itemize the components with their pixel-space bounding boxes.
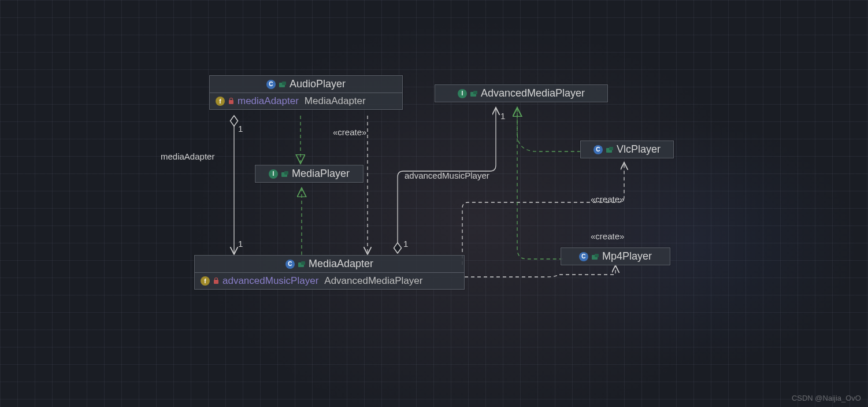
class-header: C MediaAdapter: [195, 256, 464, 273]
interface-mediaplayer[interactable]: I MediaPlayer: [255, 165, 363, 183]
diagram-canvas[interactable]: 1 1 1 1 mediaAdapter «create» advancedMu…: [0, 0, 868, 407]
field-type: AdvancedMediaPlayer: [324, 275, 422, 287]
interface-icon: I: [269, 169, 278, 179]
class-header: C AudioPlayer: [210, 76, 402, 93]
class-header: C Mp4Player: [561, 248, 670, 265]
package-icon: [470, 91, 477, 97]
package-icon: [279, 82, 286, 87]
edge-label-mediaAdapter: mediaAdapter: [161, 151, 214, 161]
multiplicity: 1: [403, 239, 408, 249]
class-header: I AdvancedMediaPlayer: [435, 85, 607, 102]
class-vlcplayer[interactable]: C VlcPlayer: [580, 140, 674, 158]
connectors-layer: [0, 0, 868, 407]
multiplicity: 1: [238, 124, 243, 134]
class-title: Mp4Player: [602, 250, 652, 262]
lock-icon: [228, 98, 234, 105]
class-title: MediaPlayer: [292, 168, 350, 180]
edge-label-create-3: «create»: [591, 231, 624, 241]
edge-label-advancedMusicPlayer: advancedMusicPlayer: [405, 171, 489, 180]
edge-label-create-2: «create»: [591, 194, 624, 204]
class-field-row: f mediaAdapter MediaAdapter: [210, 93, 402, 109]
field-name: advancedMusicPlayer: [222, 275, 318, 287]
class-mp4player[interactable]: C Mp4Player: [561, 247, 670, 265]
interface-icon: I: [458, 89, 467, 98]
class-icon: C: [593, 145, 603, 154]
multiplicity: 1: [238, 239, 243, 249]
class-icon: C: [285, 260, 295, 269]
edge-label-create-1: «create»: [333, 127, 366, 137]
class-field-row: f advancedMusicPlayer AdvancedMediaPlaye…: [195, 273, 464, 289]
package-icon: [281, 171, 288, 177]
class-header: I MediaPlayer: [255, 165, 363, 182]
multiplicity: 1: [500, 111, 505, 121]
class-header: C VlcPlayer: [581, 141, 673, 158]
class-title: AudioPlayer: [290, 78, 346, 90]
class-mediaadapter[interactable]: C MediaAdapter f advancedMusicPlayer Adv…: [194, 255, 465, 290]
class-title: MediaAdapter: [309, 258, 373, 270]
field-icon: f: [216, 97, 225, 106]
field-name: mediaAdapter: [238, 95, 299, 107]
lock-icon: [213, 278, 219, 284]
package-icon: [298, 261, 305, 267]
field-icon: f: [201, 276, 210, 286]
package-icon: [606, 147, 613, 153]
watermark: CSDN @Naijia_OvO: [792, 394, 861, 402]
class-icon: C: [579, 252, 588, 261]
class-audioplayer[interactable]: C AudioPlayer f mediaAdapter MediaAdapte…: [209, 75, 403, 110]
package-icon: [592, 254, 599, 260]
interface-advancedmediaplayer[interactable]: I AdvancedMediaPlayer: [435, 84, 608, 102]
class-title: VlcPlayer: [617, 143, 661, 156]
class-icon: C: [266, 80, 276, 89]
class-title: AdvancedMediaPlayer: [481, 87, 585, 99]
field-type: MediaAdapter: [305, 95, 366, 107]
